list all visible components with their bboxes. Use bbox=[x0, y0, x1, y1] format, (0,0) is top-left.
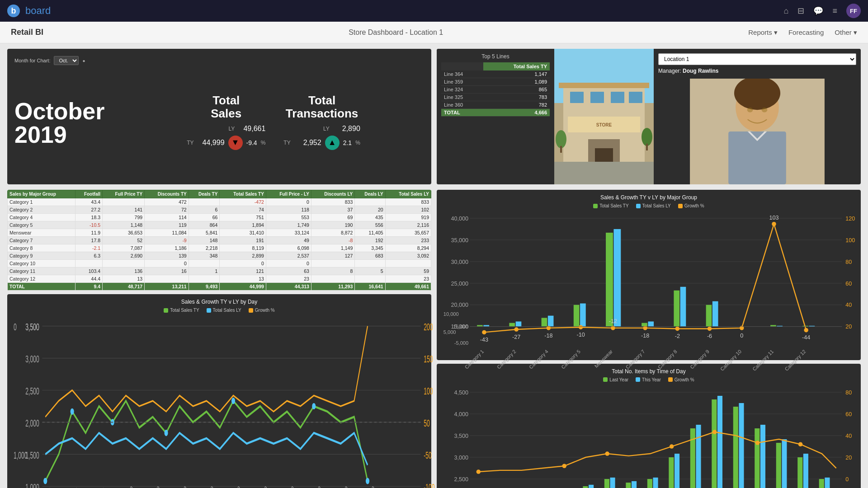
svg-rect-98 bbox=[770, 325, 776, 326]
sales-ly-value: 49,661 bbox=[238, 125, 265, 133]
nav-links: Reports ▾ Forecasting Other ▾ bbox=[748, 28, 857, 37]
location-select[interactable]: Location 1 bbox=[658, 53, 856, 65]
reports-link[interactable]: Reports ▾ bbox=[748, 28, 778, 37]
page-title: Store Dashboard - Location 1 bbox=[43, 28, 748, 37]
table-column-header: Sales by Major Group bbox=[8, 190, 75, 198]
day-chart-panel: Sales & Growth TY v LY by Day Total Sale… bbox=[7, 294, 431, 488]
svg-rect-174 bbox=[653, 477, 658, 488]
svg-point-22 bbox=[747, 108, 753, 113]
table-column-header: Discounts LY bbox=[311, 190, 354, 198]
svg-rect-94 bbox=[680, 287, 686, 327]
svg-text:10,000: 10,000 bbox=[443, 311, 459, 317]
svg-rect-87 bbox=[574, 305, 580, 327]
sales-col-header: Total Sales TY bbox=[483, 62, 550, 70]
table-row: Category 143.4472-4720833833 bbox=[8, 198, 431, 206]
table-total-row: TOTAL9.448,71713,2119,49344,99944,31311,… bbox=[8, 283, 431, 291]
menu-icon[interactable]: ≡ bbox=[832, 6, 837, 16]
user-avatar[interactable]: FF bbox=[846, 4, 861, 18]
svg-rect-175 bbox=[669, 457, 674, 488]
svg-point-199 bbox=[798, 442, 802, 446]
svg-rect-89 bbox=[606, 233, 613, 327]
store-table-row: Line 325783 bbox=[441, 94, 550, 101]
svg-rect-181 bbox=[733, 407, 738, 488]
svg-text:-5,000: -5,000 bbox=[454, 340, 468, 346]
svg-text:35,000: 35,000 bbox=[451, 237, 468, 244]
svg-text:3,500: 3,500 bbox=[25, 321, 39, 333]
svg-rect-83 bbox=[509, 323, 515, 327]
svg-text:0: 0 bbox=[845, 475, 849, 482]
svg-point-197 bbox=[712, 430, 717, 434]
sales-pct: -9.4 bbox=[246, 139, 257, 146]
svg-rect-86 bbox=[548, 316, 554, 327]
svg-text:-12: -12 bbox=[609, 318, 617, 324]
svg-rect-184 bbox=[760, 425, 765, 488]
table-column-header: Deals LY bbox=[355, 190, 385, 198]
table-row: Category 96.32,6901393482,8992,537127683… bbox=[8, 252, 431, 260]
svg-rect-14 bbox=[560, 146, 562, 153]
svg-rect-6 bbox=[611, 92, 624, 103]
svg-text:-18: -18 bbox=[544, 332, 552, 339]
svg-rect-3 bbox=[559, 83, 649, 88]
svg-rect-177 bbox=[690, 428, 695, 488]
svg-text:2,500: 2,500 bbox=[454, 475, 468, 482]
table-column-header: Deals TY bbox=[189, 190, 220, 198]
svg-point-41 bbox=[231, 398, 235, 404]
home-icon[interactable]: ⌂ bbox=[784, 6, 789, 16]
svg-rect-5 bbox=[590, 92, 604, 103]
month-select[interactable]: Oct. bbox=[54, 56, 79, 65]
svg-text:-18: -18 bbox=[641, 332, 649, 339]
other-link[interactable]: Other ▾ bbox=[835, 28, 857, 37]
manager-photo bbox=[654, 79, 861, 184]
manager-info: Manager: Doug Rawlins bbox=[658, 68, 856, 74]
svg-text:-44: -44 bbox=[802, 334, 810, 341]
day-chart-area: 3,500 3,000 2,500 2,000 1,500 1,000 bbox=[12, 315, 427, 488]
svg-rect-88 bbox=[580, 304, 586, 327]
store-building-image: STORE bbox=[554, 49, 654, 184]
svg-point-37 bbox=[43, 478, 47, 484]
svg-point-42 bbox=[312, 403, 316, 409]
svg-text:-10: -10 bbox=[576, 331, 585, 338]
svg-text:-43: -43 bbox=[480, 336, 488, 343]
svg-text:1,500: 1,500 bbox=[25, 450, 39, 461]
svg-point-13 bbox=[556, 130, 566, 148]
month-display: October2019 bbox=[14, 99, 114, 146]
nav-icons: ⌂ ⊟ 💬 ≡ FF bbox=[784, 4, 861, 18]
svg-rect-4 bbox=[570, 92, 584, 103]
svg-rect-93 bbox=[674, 291, 679, 327]
app-title: Retail BI bbox=[11, 28, 43, 37]
svg-rect-95 bbox=[706, 305, 712, 327]
sales-pct-unit: % bbox=[261, 140, 266, 146]
svg-text:500: 500 bbox=[14, 486, 23, 488]
sales-indicator: ▼ bbox=[228, 136, 243, 150]
svg-rect-167 bbox=[583, 486, 588, 488]
svg-text:1,000: 1,000 bbox=[25, 482, 39, 488]
svg-text:1,000: 1,000 bbox=[14, 450, 27, 461]
table-row: Category 11103.4136161121638559 bbox=[8, 267, 431, 275]
svg-point-40 bbox=[165, 430, 168, 436]
svg-rect-190 bbox=[825, 477, 830, 488]
svg-text:-2: -2 bbox=[675, 333, 680, 339]
trans-ty-value: 2,952 bbox=[294, 139, 321, 147]
svg-rect-82 bbox=[483, 325, 489, 326]
svg-text:40: 40 bbox=[845, 432, 852, 439]
svg-rect-179 bbox=[712, 399, 717, 488]
time-of-day-chart-area: 4,500 4,000 3,500 3,000 2,500 2,000 bbox=[441, 385, 856, 488]
svg-rect-173 bbox=[647, 479, 652, 488]
svg-point-38 bbox=[71, 408, 74, 415]
sales-table-panel: Sales by Major GroupFootfallFull Price T… bbox=[7, 190, 431, 291]
svg-rect-12 bbox=[554, 162, 654, 184]
svg-text:STORE: STORE bbox=[596, 122, 612, 127]
forecasting-link[interactable]: Forecasting bbox=[788, 28, 824, 36]
chat-icon[interactable]: 💬 bbox=[813, 6, 823, 16]
top5-table: Total Sales TY Line 3641,147Line 3591,08… bbox=[441, 62, 550, 117]
svg-text:20,000: 20,000 bbox=[451, 301, 468, 308]
table-column-header: Full Price TY bbox=[103, 190, 145, 198]
svg-rect-178 bbox=[696, 425, 701, 488]
store-table-row: Line 360782 bbox=[441, 101, 550, 109]
grid-icon[interactable]: ⊟ bbox=[797, 6, 804, 16]
svg-rect-92 bbox=[648, 321, 654, 326]
svg-text:100: 100 bbox=[424, 385, 433, 397]
svg-point-196 bbox=[670, 444, 674, 449]
total-trans-label: TotalTransactions bbox=[283, 94, 360, 120]
time-of-day-chart-panel: Total No. Items by Time of Day Last Year… bbox=[437, 364, 861, 488]
